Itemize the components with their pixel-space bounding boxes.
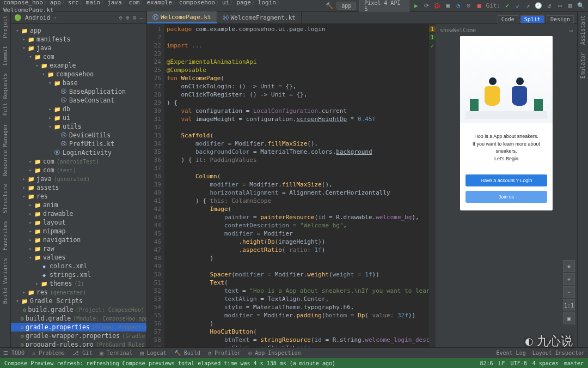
- tool-tab[interactable]: ▤ Logcat: [140, 350, 167, 356]
- collapse-icon[interactable]: ⊖: [119, 14, 123, 21]
- side-tab[interactable]: Structure: [2, 184, 8, 213]
- device-select[interactable]: Pixel 4 API S: [359, 0, 409, 13]
- tree-item[interactable]: ⓀLoginActivity: [11, 148, 146, 157]
- tree-item[interactable]: ⓀPrefUtils.kt: [11, 140, 146, 148]
- inspection-strip[interactable]: 1 1 ✓: [429, 24, 436, 347]
- tree-item[interactable]: ▾📁base: [11, 79, 146, 87]
- stop-icon[interactable]: ■: [475, 2, 482, 10]
- tree-item[interactable]: ▾📁res: [11, 192, 146, 201]
- zoom-in-icon[interactable]: ＋: [563, 273, 575, 285]
- tree-item[interactable]: ▸📁anim: [11, 201, 146, 209]
- join-button[interactable]: Join us: [465, 191, 547, 203]
- tree-item[interactable]: ▾📁app: [11, 26, 146, 35]
- side-tab[interactable]: Commit: [2, 46, 8, 65]
- sdk-icon[interactable]: ▥: [567, 2, 574, 10]
- editor-tab[interactable]: ⓀWelcomePage.kt: [147, 11, 217, 23]
- revert-icon[interactable]: ↺: [546, 2, 553, 10]
- tree-item[interactable]: ▾📁utils: [11, 122, 146, 131]
- tree-item[interactable]: ▸📁com(test): [11, 166, 146, 174]
- git-push-icon[interactable]: ↗: [524, 2, 531, 10]
- tree-item[interactable]: ▸📁themes(2): [11, 279, 146, 288]
- side-tab[interactable]: Emulator: [580, 52, 586, 79]
- tree-item[interactable]: ▸📁navigation: [11, 236, 146, 244]
- hide-icon[interactable]: —: [139, 14, 143, 21]
- tree-item[interactable]: ▸📁raw: [11, 244, 146, 253]
- project-tree[interactable]: ▾📁app ▸📁manifests ▾📁java ▾📁com ▾📁example…: [11, 24, 146, 347]
- editor-tab[interactable]: ⓀWelcomeFragment.kt: [217, 11, 302, 23]
- preview-surface[interactable]: Hoo is a App about sneakers. If you want…: [460, 36, 553, 210]
- side-tab[interactable]: Pull Requests: [2, 73, 8, 116]
- avd-icon[interactable]: ▭: [556, 2, 564, 10]
- fit-icon[interactable]: ▣: [563, 312, 575, 324]
- status-item[interactable]: 82:6: [480, 360, 493, 366]
- search-icon[interactable]: 🔍: [577, 2, 585, 10]
- tree-item[interactable]: ▸📁mipmap: [11, 227, 146, 236]
- tree-item[interactable]: ▾📁values: [11, 253, 146, 262]
- tree-item[interactable]: ▾📁example: [11, 61, 146, 70]
- apply-icon[interactable]: ⟳: [423, 2, 430, 10]
- zoom-out-icon[interactable]: －: [563, 286, 575, 298]
- code-editor[interactable]: package com.example.composehoo.ui.page.l…: [164, 24, 429, 347]
- tree-item[interactable]: ⚙gradle.properties(Global Properties): [11, 323, 146, 331]
- tree-item[interactable]: ▾📁java: [11, 44, 146, 52]
- view-code[interactable]: Code: [498, 15, 518, 23]
- tree-item[interactable]: ◆strings.xml: [11, 270, 146, 279]
- tree-item[interactable]: ⚙proguard-rules.pro(ProGuard Rules for C…: [11, 340, 146, 347]
- device-frame-icon[interactable]: ▭: [569, 27, 573, 33]
- pan-icon[interactable]: ✥: [563, 260, 575, 272]
- run-config[interactable]: app: [336, 2, 356, 10]
- tree-item[interactable]: ⓀBaseApplication: [11, 87, 146, 96]
- debug-icon[interactable]: 🐞: [433, 2, 441, 10]
- view-design[interactable]: Design: [547, 15, 574, 23]
- tree-item[interactable]: ⚙gradle-wrapper.properties(Gradle Versio…: [11, 331, 146, 340]
- hammer-icon[interactable]: 🔨: [326, 2, 333, 10]
- tool-tab[interactable]: Layout Inspector: [532, 350, 585, 356]
- side-tab[interactable]: Project: [2, 15, 8, 38]
- tool-tab[interactable]: 🔨 Build: [174, 350, 200, 356]
- gear-icon[interactable]: ⚙: [133, 14, 137, 21]
- tree-item[interactable]: ⓀBaseConstant: [11, 96, 146, 105]
- tree-item[interactable]: ▸📁drawable: [11, 209, 146, 218]
- view-split[interactable]: Split: [520, 15, 544, 23]
- project-header[interactable]: 🟢Android▾ ⊖ ⊕ ⚙ —: [11, 12, 146, 24]
- status-item[interactable]: 4 spaces: [532, 360, 559, 366]
- tool-tab[interactable]: ◎ App Inspection: [248, 350, 301, 356]
- status-item[interactable]: master: [564, 360, 584, 366]
- tool-tab[interactable]: Event Log: [496, 350, 525, 356]
- tree-item[interactable]: ▸📁ui: [11, 113, 146, 122]
- login-button[interactable]: Have a account ? Login: [465, 174, 547, 186]
- tree-item[interactable]: ▸📁java(generated): [11, 174, 146, 183]
- side-tab[interactable]: Favorites: [2, 221, 8, 250]
- tree-item[interactable]: ▾📁Gradle Scripts: [11, 297, 146, 305]
- tree-item[interactable]: ▸📁com(androidTest): [11, 157, 146, 166]
- tree-item[interactable]: ▸📁res(generated): [11, 288, 146, 297]
- side-tab[interactable]: Resource Manager: [2, 124, 8, 176]
- run-icon[interactable]: ▶: [413, 2, 420, 10]
- tool-tab[interactable]: ⎇ Git: [72, 350, 92, 356]
- status-item[interactable]: UTF-8: [511, 360, 527, 366]
- tree-item[interactable]: ⚙build.gradle(Module: ComposeHoo.app): [11, 314, 146, 323]
- git-commit-icon[interactable]: ✔: [504, 2, 511, 10]
- side-tab[interactable]: Build Variants: [2, 258, 8, 304]
- tree-item[interactable]: ▸📁manifests: [11, 35, 146, 44]
- coverage-icon[interactable]: ▣: [444, 2, 451, 10]
- tree-item[interactable]: ▸📁db: [11, 105, 146, 113]
- tool-tab[interactable]: ▣ Terminal: [100, 350, 132, 356]
- tree-item[interactable]: ⚙build.gradle(Project: ComposeHoo): [11, 305, 146, 314]
- tool-tab[interactable]: ☰ TODO: [3, 350, 24, 356]
- zoom-reset[interactable]: 1:1: [563, 299, 575, 311]
- tool-tab[interactable]: ◔ Profiler: [208, 350, 241, 356]
- git-update-icon[interactable]: ↙: [514, 2, 521, 10]
- attach-icon[interactable]: ⎋: [465, 2, 472, 10]
- tree-item[interactable]: ▸📁assets: [11, 183, 146, 192]
- tree-item[interactable]: ▾📁com: [11, 52, 146, 61]
- profile-icon[interactable]: ◔: [455, 2, 462, 10]
- tree-item[interactable]: ▾📁composehoo: [11, 70, 146, 79]
- tool-tab[interactable]: ⚠ Problems: [32, 350, 65, 356]
- tree-item[interactable]: ◆colors.xml: [11, 262, 146, 270]
- status-item[interactable]: LF: [499, 360, 505, 366]
- tree-item[interactable]: ▸📁layout: [11, 218, 146, 227]
- side-tab[interactable]: Assistant: [580, 15, 586, 45]
- tree-item[interactable]: ⓀDeviceUtils: [11, 131, 146, 140]
- history-icon[interactable]: 🕘: [535, 2, 542, 10]
